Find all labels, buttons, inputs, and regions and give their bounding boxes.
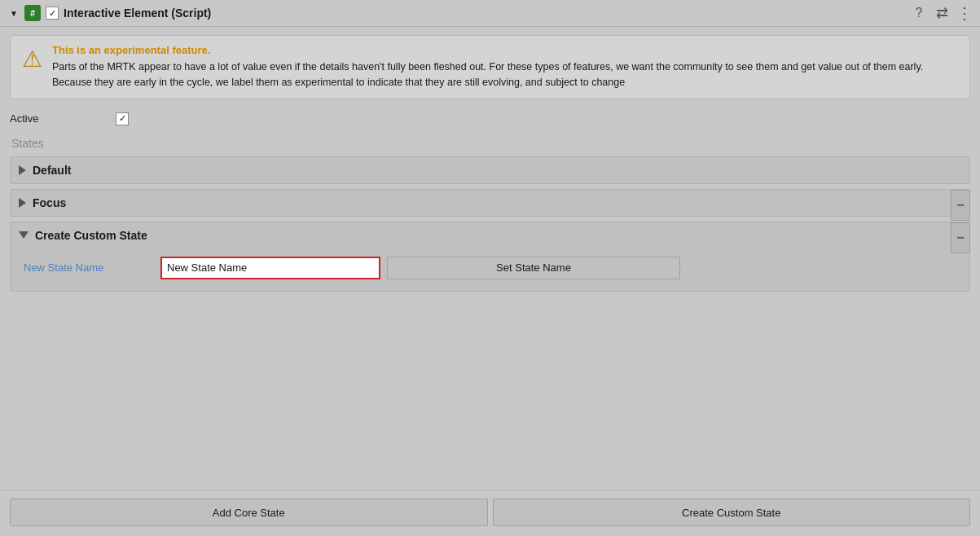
hash-badge-icon[interactable]: # [24, 5, 41, 21]
bottom-buttons: Add Core State Create Custom State [0, 490, 980, 536]
warning-title: This is an experimental feature. [52, 44, 958, 56]
custom-state-body: New State Name Set State Name [11, 248, 969, 291]
warning-body: Parts of the MRTK appear to have a lot o… [52, 59, 958, 90]
help-icon[interactable]: ? [912, 6, 926, 20]
menu-icon[interactable]: ⋮ [957, 6, 972, 20]
set-state-name-button[interactable]: Set State Name [387, 257, 680, 279]
states-section-label: States [10, 132, 970, 156]
default-state-name: Default [33, 164, 71, 177]
default-state-section: Default [10, 156, 970, 184]
add-core-state-button[interactable]: Add Core State [10, 499, 488, 526]
focus-state-name: Focus [33, 196, 66, 209]
custom-state-header[interactable]: Create Custom State [11, 222, 969, 248]
focus-expand-icon [19, 198, 26, 208]
warning-box: ⚠ This is an experimental feature. Parts… [10, 35, 970, 99]
state-name-input[interactable] [160, 257, 380, 279]
collapse-arrow-icon[interactable]: ▼ [8, 7, 20, 19]
custom-state-expand-icon [19, 231, 29, 239]
custom-state-section: Create Custom State − New State Name Set… [10, 222, 970, 292]
warning-text: This is an experimental feature. Parts o… [52, 44, 958, 90]
layers-icon[interactable]: ⇄ [934, 6, 949, 20]
warning-icon: ⚠ [22, 46, 42, 72]
header-checkbox[interactable]: ✓ [46, 7, 59, 20]
active-label: Active [10, 112, 108, 125]
state-name-input-wrapper [160, 257, 380, 279]
header-icons: ? ⇄ ⋮ [912, 6, 972, 20]
active-checkbox[interactable]: ✓ [116, 112, 129, 125]
create-custom-state-button[interactable]: Create Custom State [493, 499, 971, 526]
focus-remove-button[interactable]: − [951, 190, 970, 221]
focus-state-section: Focus − [10, 189, 970, 217]
header-left: ▼ # ✓ Interactive Element (Script) [8, 5, 907, 21]
header: ▼ # ✓ Interactive Element (Script) ? ⇄ ⋮ [0, 0, 980, 27]
custom-remove-button[interactable]: − [951, 222, 970, 253]
custom-state-name: Create Custom State [35, 229, 147, 242]
default-expand-icon [19, 165, 26, 175]
focus-state-header[interactable]: Focus [11, 190, 969, 216]
main-content: ⚠ This is an experimental feature. Parts… [0, 27, 980, 305]
new-state-name-link[interactable]: New State Name [24, 261, 154, 274]
active-row: Active ✓ [10, 109, 970, 132]
header-title: Interactive Element (Script) [64, 7, 211, 20]
default-state-header[interactable]: Default [11, 157, 969, 183]
custom-state-row: New State Name Set State Name [24, 257, 960, 279]
